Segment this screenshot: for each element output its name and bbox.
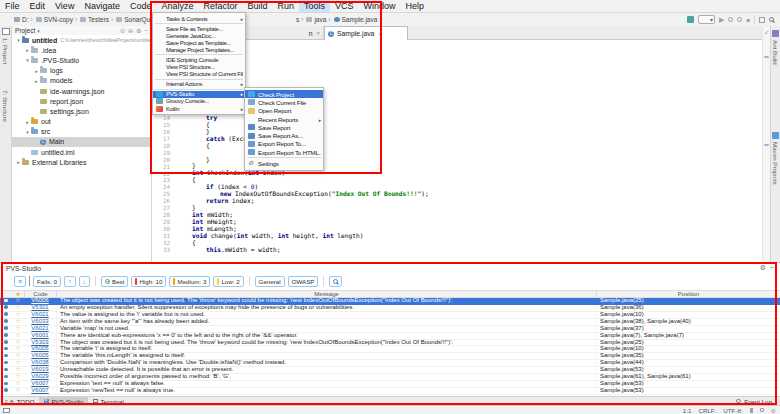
tree-expand-icon[interactable]: ▸ bbox=[33, 68, 40, 74]
submenu-item[interactable]: Recent Reports bbox=[245, 115, 323, 123]
message-column-header[interactable]: Message bbox=[56, 291, 596, 297]
menu-bar-item[interactable]: Run bbox=[273, 0, 300, 12]
editor-scrollbar[interactable]: ✓ bbox=[762, 26, 770, 262]
collapse-all-icon[interactable]: ⊖ bbox=[128, 27, 133, 34]
table-row[interactable]: V6005 The variable 'this.mLength' is ass… bbox=[0, 353, 780, 360]
diagnostic-code-link[interactable]: V5303 bbox=[31, 339, 48, 345]
menu-bar-item[interactable]: Edit bbox=[25, 0, 51, 12]
tree-expand-icon[interactable]: ▸ bbox=[24, 119, 31, 125]
menu-item[interactable]: Save File as Template... bbox=[153, 25, 245, 32]
table-row[interactable]: V5303 The object was created but it is n… bbox=[0, 340, 780, 347]
menu-bar-item[interactable]: Tools bbox=[299, 0, 330, 12]
toolwindow-toggle-icon[interactable] bbox=[3, 408, 10, 413]
table-row[interactable]: V6029 Possible incorrect order of argume… bbox=[0, 374, 780, 381]
tree-expand-icon[interactable]: ▾ bbox=[24, 129, 31, 135]
favorite-star-icon[interactable] bbox=[12, 326, 24, 332]
bookmark-icon[interactable] bbox=[750, 408, 753, 413]
fails-button[interactable]: Fails: 0 bbox=[33, 276, 61, 287]
breadcrumb-item[interactable]: SVN-copy bbox=[36, 16, 79, 23]
menu-bar-item[interactable]: Help bbox=[401, 0, 430, 12]
table-row[interactable]: V6005 The variable 'i' is assigned to it… bbox=[0, 346, 780, 353]
menu-bar-item[interactable]: File bbox=[0, 0, 25, 12]
menu-item[interactable]: Manage Project Templates... bbox=[153, 46, 245, 53]
table-row[interactable]: V6021 Variable 'map' is not used. Sample… bbox=[0, 326, 780, 333]
table-row[interactable]: V6001 There are identical sub-expression… bbox=[0, 333, 780, 340]
tree-item[interactable]: ▾ src bbox=[12, 127, 152, 137]
tree-expand-icon[interactable]: ▸ bbox=[15, 159, 22, 165]
table-row[interactable]: V6006 The object was created but it is n… bbox=[0, 298, 780, 305]
menu-item[interactable]: Tasks & Contexts bbox=[153, 15, 245, 22]
gear-icon[interactable]: ⚙ bbox=[760, 264, 766, 272]
sidebar-item-structure[interactable]: 7: Structure bbox=[2, 90, 9, 122]
diagnostic-code-link[interactable]: V6007 bbox=[31, 380, 48, 386]
submenu-item[interactable]: Save Report bbox=[245, 123, 323, 131]
diagnostic-code-link[interactable]: V6029 bbox=[31, 373, 48, 379]
tree-expand-icon[interactable]: ▾ bbox=[15, 37, 22, 43]
menu-item[interactable]: PVS-Studio bbox=[153, 91, 245, 98]
locate-icon[interactable]: ⊙ bbox=[120, 27, 125, 34]
breadcrumb-item[interactable]: D: bbox=[14, 16, 35, 23]
menu-bar-item[interactable]: Build bbox=[242, 0, 272, 12]
hide-icon[interactable]: − bbox=[144, 27, 148, 34]
diagnostic-code-link[interactable]: V6019 bbox=[31, 366, 48, 372]
tree-item[interactable]: untitled.iml bbox=[12, 147, 152, 157]
menu-item[interactable]: View PSI Structure... bbox=[153, 64, 245, 71]
position-column-header[interactable]: Position bbox=[596, 291, 780, 297]
best-button[interactable]: Best bbox=[101, 276, 128, 287]
table-row[interactable]: V5301 An empty exception handler. Silent… bbox=[0, 305, 780, 312]
breadcrumb-item[interactable]: Testers bbox=[80, 16, 115, 23]
menu-item[interactable]: Generate JavaDoc... bbox=[153, 32, 245, 39]
low-button[interactable]: Low: 2 bbox=[213, 276, 243, 287]
close-icon[interactable] bbox=[316, 30, 320, 36]
tree-item[interactable]: ▸ models bbox=[12, 76, 152, 86]
tree-expand-icon[interactable]: ▸ bbox=[24, 47, 31, 53]
tree-item[interactable]: ▾ .PVS-Studio bbox=[12, 55, 152, 65]
tree-item[interactable]: ▸ .idea bbox=[12, 45, 152, 55]
diagnostic-code-link[interactable]: V6021 bbox=[31, 311, 48, 317]
medium-button[interactable]: Medium: 3 bbox=[169, 276, 210, 287]
next-button[interactable]: ↓ bbox=[79, 276, 91, 287]
diagnostic-code-link[interactable]: V5301 bbox=[31, 304, 48, 310]
search-button[interactable] bbox=[329, 276, 342, 287]
favorite-star-icon[interactable] bbox=[12, 312, 24, 318]
diagnostic-code-link[interactable]: V6007 bbox=[31, 387, 48, 393]
diagnostic-code-link[interactable]: V6005 bbox=[31, 352, 48, 358]
toolwindow-icon[interactable] bbox=[2, 28, 10, 35]
submenu-item[interactable]: Check Project bbox=[245, 90, 323, 98]
submenu-item[interactable]: Settings bbox=[245, 159, 323, 167]
owasp-button[interactable]: OWASP bbox=[288, 276, 319, 287]
tab-terminal[interactable]: Terminal bbox=[88, 397, 128, 405]
file-encoding[interactable]: UTF-8: bbox=[723, 407, 742, 414]
menu-item[interactable]: IDE Scripting Console bbox=[153, 56, 245, 63]
submenu-item[interactable]: Export Report To HTML... bbox=[245, 148, 323, 156]
menu-bar-item[interactable]: VCS bbox=[330, 0, 359, 12]
stop-icon[interactable]: ■ bbox=[746, 17, 750, 23]
menu-item[interactable]: Kotlin bbox=[153, 105, 245, 112]
caret-position[interactable]: 1:1 bbox=[683, 407, 692, 414]
diagnostic-code-link[interactable]: V6021 bbox=[31, 325, 48, 331]
table-row[interactable]: V6007 Expression 'newText == null' is al… bbox=[0, 388, 780, 395]
menu-bar-item[interactable]: Code bbox=[125, 0, 157, 12]
gear-icon[interactable] bbox=[771, 407, 776, 414]
table-row[interactable]: V6038 Comparison with 'Double.NaN' is me… bbox=[0, 360, 780, 367]
tree-expand-icon[interactable]: ▸ bbox=[33, 78, 40, 84]
tab-hidden[interactable]: n bbox=[290, 26, 324, 40]
coverage-icon[interactable] bbox=[759, 17, 765, 23]
gear-icon[interactable]: ⚙ bbox=[136, 27, 141, 34]
diagnostic-code-link[interactable]: V6038 bbox=[31, 359, 48, 365]
project-panel-header[interactable]: Project ▾ ⊙ ⊖ ⚙ − bbox=[12, 26, 151, 35]
menu-item[interactable]: View PSI Structure of Current File... bbox=[153, 71, 245, 78]
prev-button[interactable]: ↑ bbox=[64, 276, 76, 287]
table-row[interactable]: V6021 The value is assigned to the 'i' v… bbox=[0, 312, 780, 319]
breadcrumb-item[interactable]: Sample.java bbox=[334, 16, 384, 23]
tree-item[interactable]: ▸ External Libraries bbox=[12, 157, 152, 167]
tree-item[interactable]: ide-warnings.json bbox=[12, 86, 152, 96]
close-icon[interactable] bbox=[378, 31, 382, 37]
tree-item[interactable]: ▸ out bbox=[12, 117, 152, 127]
menu-item[interactable]: Save Project as Template... bbox=[153, 39, 245, 46]
sidebar-item-maven-projects[interactable]: Maven Projects bbox=[772, 142, 779, 185]
tab-todo[interactable]: ≡6: TODO bbox=[0, 397, 39, 405]
submenu-item[interactable]: Save Report As... bbox=[245, 131, 323, 139]
tab-sample-java[interactable]: Sample.java bbox=[324, 26, 408, 40]
sidebar-item-ant-build[interactable]: Ant Build bbox=[772, 40, 779, 65]
